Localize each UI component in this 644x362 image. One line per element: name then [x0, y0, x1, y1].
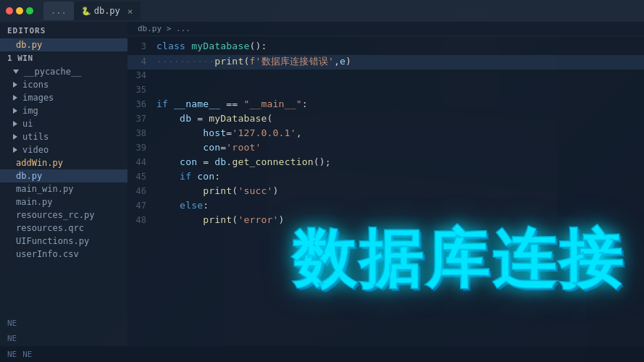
folder-closed-icon — [13, 147, 17, 153]
line-content: if __name__ == "__main__": — [156, 98, 308, 109]
tab-close-icon[interactable]: × — [127, 6, 133, 17]
tab-dots-label: ... — [51, 6, 67, 16]
folder-label: ui — [22, 119, 33, 129]
folder-closed-icon — [13, 134, 17, 140]
sidebar-file-userinfo[interactable]: userInfo.csv — [0, 248, 127, 261]
bottom-item-2: NE — [22, 350, 32, 359]
line-content: host='127.0.0.1', — [156, 127, 302, 138]
folder-label: __pycache__ — [24, 67, 81, 77]
code-line-35: 35 — [127, 84, 644, 98]
sidebar-file-main[interactable]: main.py — [0, 195, 127, 209]
main-area: EDITORS db.py 1 WIN __pycache__ icons im… — [0, 22, 644, 346]
code-line-45: 45 if con: — [127, 171, 644, 185]
tab-bar: ... 🐍 db.py × — [43, 1, 141, 20]
sidebar-folder-icons[interactable]: icons — [0, 78, 127, 91]
line-content: if con: — [156, 171, 220, 182]
titlebar: ... 🐍 db.py × — [0, 0, 644, 22]
sidebar-bottom-ne2: NE — [0, 331, 127, 346]
code-line-36: 36 if __name__ == "__main__": — [127, 98, 644, 113]
code-line-39: 39 con='root' — [127, 142, 644, 156]
line-content: else: — [156, 200, 209, 211]
sidebar-folder-utils[interactable]: utils — [0, 130, 127, 143]
line-number: 45 — [127, 172, 156, 182]
ide-overlay: ... 🐍 db.py × EDITORS db.py 1 WIN __pyca… — [0, 0, 644, 362]
folder-closed-icon — [13, 108, 17, 114]
code-line-48: 48 print('error') — [127, 214, 644, 229]
sidebar-file-uifunctions[interactable]: UIFunctions.py — [0, 235, 127, 248]
sidebar: EDITORS db.py 1 WIN __pycache__ icons im… — [0, 22, 127, 346]
sidebar-file-db-py[interactable]: db.py — [0, 169, 127, 182]
sidebar-file-resources-rc[interactable]: resources_rc.py — [0, 209, 127, 222]
bottom-item-1: NE — [7, 350, 17, 359]
line-number: 3 — [127, 41, 156, 51]
code-line-37: 37 db = myDatabase( — [127, 113, 644, 127]
line-number: 4 — [127, 56, 156, 67]
folder-open-icon — [13, 70, 19, 74]
line-content: ··········print(f'数据库连接错误',e) — [156, 55, 351, 68]
win-section-title: 1 WIN — [0, 51, 127, 65]
sidebar-folder-images[interactable]: images — [0, 91, 127, 104]
sidebar-bottom-ne1: NE — [0, 316, 127, 331]
sidebar-file-addwin[interactable]: addWin.py — [0, 156, 127, 169]
line-number: 34 — [127, 70, 156, 80]
folder-closed-icon — [13, 82, 17, 88]
code-line-3: 3 class myDatabase(): — [127, 41, 644, 55]
folder-closed-icon — [13, 95, 17, 101]
code-line-38: 38 host='127.0.0.1', — [127, 127, 644, 142]
line-content — [156, 84, 162, 95]
code-line-47: 47 else: — [127, 200, 644, 214]
folder-label: icons — [22, 80, 49, 90]
line-number: 48 — [127, 215, 156, 225]
tab-label: db.py — [94, 6, 120, 16]
code-line-34: 34 — [127, 70, 644, 84]
line-content: print('succ') — [156, 185, 279, 196]
minimize-button[interactable] — [16, 7, 23, 14]
folder-label: img — [22, 106, 38, 116]
code-line-46: 46 print('succ') — [127, 185, 644, 200]
python-icon: 🐍 — [81, 7, 91, 16]
folder-closed-icon — [13, 121, 17, 127]
sidebar-folder-ui[interactable]: ui — [0, 117, 127, 130]
breadcrumb: db.py > ... — [127, 22, 644, 36]
folder-label: video — [22, 145, 49, 155]
sidebar-folder-video[interactable]: video — [0, 143, 127, 156]
line-number: 44 — [127, 157, 156, 167]
line-content: con='root' — [156, 142, 262, 153]
line-content: db = myDatabase( — [156, 113, 273, 124]
editor-area[interactable]: db.py > ... 3 class myDatabase(): 4 ····… — [127, 22, 644, 346]
editors-section-title: EDITORS — [0, 22, 127, 38]
line-number: 37 — [127, 114, 156, 124]
maximize-button[interactable] — [26, 7, 33, 14]
sidebar-folder-img[interactable]: img — [0, 104, 127, 117]
line-number: 47 — [127, 201, 156, 211]
code-line-4: 4 ··········print(f'数据库连接错误',e) — [127, 55, 644, 70]
line-number: 39 — [127, 143, 156, 153]
sidebar-file-db-py-editors[interactable]: db.py — [0, 38, 127, 51]
line-content — [156, 70, 162, 80]
close-button[interactable] — [6, 7, 13, 14]
sidebar-file-resources-qrc[interactable]: resources.qrc — [0, 222, 127, 235]
line-number: 38 — [127, 128, 156, 138]
code-editor[interactable]: 3 class myDatabase(): 4 ··········print(… — [127, 36, 644, 233]
line-content: con = db.get_connection(); — [156, 156, 331, 167]
line-content: print('error') — [156, 214, 285, 225]
line-number: 35 — [127, 85, 156, 95]
line-content: class myDatabase(): — [156, 41, 267, 51]
line-number: 36 — [127, 99, 156, 109]
folder-label: images — [22, 93, 54, 103]
folder-label: utils — [22, 132, 49, 142]
line-number: 46 — [127, 186, 156, 196]
code-line-44: 44 con = db.get_connection(); — [127, 156, 644, 171]
tab-db-py[interactable]: 🐍 db.py × — [74, 1, 141, 20]
tab-inactive[interactable]: ... — [43, 1, 74, 20]
window-controls — [6, 7, 33, 14]
sidebar-file-main-win[interactable]: main_win.py — [0, 182, 127, 195]
bottom-bar: NE NE — [0, 346, 644, 362]
sidebar-folder-pycache[interactable]: __pycache__ — [0, 65, 127, 78]
